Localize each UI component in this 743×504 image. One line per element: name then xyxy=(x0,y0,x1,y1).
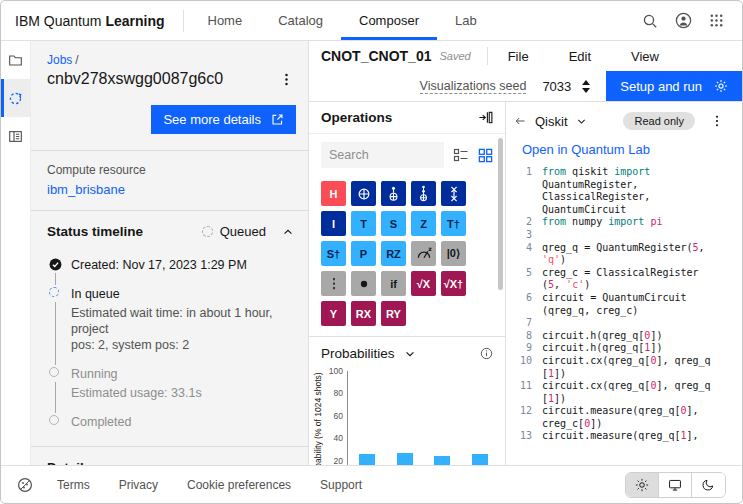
gate-palette: HITSZT†S†PRZz|0⟩if√X√X†YRXRY xyxy=(309,174,496,336)
y-tick: 20 xyxy=(334,456,343,465)
seed-stepper[interactable] xyxy=(582,80,590,93)
line-number: 13 xyxy=(512,430,532,443)
gate-barrier[interactable] xyxy=(321,271,346,296)
footer-link-privacy[interactable]: Privacy xyxy=(119,478,158,492)
chevron-down-icon[interactable] xyxy=(404,348,416,360)
footer-link-terms[interactable]: Terms xyxy=(57,478,90,492)
breadcrumb-jobs-link[interactable]: Jobs xyxy=(47,53,72,67)
line-number: 6 xyxy=(512,292,532,305)
code-panel: Qiskit Read only Open in Quantum Lab 1fr… xyxy=(506,102,742,465)
vertical-scrollbar[interactable] xyxy=(498,138,503,290)
gate-h[interactable]: H xyxy=(321,181,346,206)
rail-item-layout[interactable] xyxy=(1,117,30,155)
nav-item-composer[interactable]: Composer xyxy=(341,1,437,40)
code-text: circuit.measure(qreg_q[1], xyxy=(532,430,699,443)
layout-panel-icon xyxy=(8,129,23,144)
rail-item-jobs[interactable] xyxy=(1,79,30,117)
gate-ccx[interactable] xyxy=(411,181,436,206)
nav-item-lab[interactable]: Lab xyxy=(437,1,495,40)
gate-ry[interactable]: RY xyxy=(381,301,406,326)
see-more-details-button[interactable]: See more details xyxy=(151,105,296,134)
gate-p[interactable]: P xyxy=(351,241,376,266)
gate-i[interactable]: I xyxy=(321,211,346,236)
code-line: QuantumCircuit xyxy=(512,204,738,217)
gate-tdg[interactable]: T† xyxy=(441,211,466,236)
nav-item-catalog[interactable]: Catalog xyxy=(260,1,341,40)
code-line: ClassicalRegister, xyxy=(512,191,738,204)
app-switcher-icon[interactable] xyxy=(709,13,724,28)
timeline-step-completed: Completed xyxy=(49,414,302,430)
code-line: 2from numpy import pi xyxy=(512,216,738,229)
rail-item-files[interactable] xyxy=(1,41,30,79)
circuit-title[interactable]: CNOT_CNOT_01 xyxy=(321,48,431,64)
overflow-menu-icon[interactable] xyxy=(273,70,300,89)
code-line: 11circuit.cx(qreg_q[0], qreg_q xyxy=(512,380,738,393)
y-tick: 40 xyxy=(334,433,343,443)
list-view-icon[interactable] xyxy=(453,147,469,163)
language-selector[interactable]: Qiskit xyxy=(535,114,587,129)
grid-view-icon[interactable] xyxy=(478,148,493,163)
gate-z[interactable]: Z xyxy=(411,211,436,236)
code-text: circuit.cx(qreg_q[0], qreg_q xyxy=(532,380,711,393)
theme-light-button[interactable] xyxy=(626,473,659,497)
code-line: 9circuit.h(qreg_q[1]) xyxy=(512,342,738,355)
chevron-up-icon[interactable] xyxy=(282,226,294,238)
probabilities-title: Probabilities xyxy=(321,346,395,361)
gate-y[interactable]: Y xyxy=(321,301,346,326)
gate-s[interactable]: S xyxy=(381,211,406,236)
gate-sdg[interactable]: S† xyxy=(321,241,346,266)
gate-sxdg[interactable]: √X† xyxy=(441,271,466,296)
code-text xyxy=(532,229,548,242)
gate-rx[interactable]: RX xyxy=(351,301,376,326)
gate-cnot[interactable] xyxy=(351,181,376,206)
gate-reset[interactable]: |0⟩ xyxy=(441,241,466,266)
gate-cx[interactable] xyxy=(381,181,406,206)
expand-panel-arrow-icon[interactable] xyxy=(514,115,526,127)
step-pending-icon xyxy=(49,367,62,380)
code-line: 6circuit = QuantumCircuit xyxy=(512,292,738,305)
gate-rz[interactable]: RZ xyxy=(381,241,406,266)
collapse-panel-icon[interactable] xyxy=(478,110,493,125)
timeline-step-created: Created: Nov 17, 2023 1:29 PM xyxy=(49,257,302,273)
gate-t[interactable]: T xyxy=(351,211,376,236)
setup-and-run-button[interactable]: Setup and run xyxy=(606,71,742,101)
menu-file[interactable]: File xyxy=(488,49,549,64)
chart-plot-area xyxy=(347,371,499,465)
operations-search-input[interactable] xyxy=(321,142,444,168)
user-avatar-icon[interactable] xyxy=(675,12,692,29)
nav-item-home[interactable]: Home xyxy=(190,1,261,40)
details-accordion[interactable]: Details xyxy=(31,447,308,465)
brand-prefix: IBM Quantum xyxy=(15,13,101,29)
menu-edit[interactable]: Edit xyxy=(549,49,611,64)
probabilities-panel: Probabilities Probability (% of 1024 sho… xyxy=(309,336,505,465)
step-label: Running xyxy=(71,366,302,382)
info-icon[interactable] xyxy=(480,347,493,360)
visualizations-seed-label[interactable]: Visualizations seed xyxy=(420,79,527,94)
menu-view[interactable]: View xyxy=(611,49,679,64)
gate-swap[interactable] xyxy=(441,181,466,206)
theme-system-button[interactable] xyxy=(659,473,692,497)
gate-measure[interactable]: z xyxy=(411,241,436,266)
read-only-badge: Read only xyxy=(623,112,695,130)
gate-if[interactable]: if xyxy=(381,271,406,296)
gate-control[interactable] xyxy=(351,271,376,296)
brand-logo[interactable]: IBM Quantum Learning xyxy=(1,1,183,40)
step-in-progress-icon xyxy=(49,287,62,300)
stepper-down-icon[interactable] xyxy=(582,88,590,93)
line-number: 10 xyxy=(512,355,532,368)
chevron-down-icon xyxy=(576,116,587,127)
visualizations-seed-value[interactable]: 7033 xyxy=(542,79,571,94)
stepper-up-icon[interactable] xyxy=(582,80,590,85)
footer-link-cookie-preferences[interactable]: Cookie preferences xyxy=(187,478,291,492)
gate-sx[interactable]: √X xyxy=(411,271,436,296)
code-text xyxy=(532,317,548,330)
theme-dark-button[interactable] xyxy=(692,473,725,497)
open-in-quantum-lab-link[interactable]: Open in Quantum Lab xyxy=(506,134,742,163)
code-overflow-menu-icon[interactable] xyxy=(704,112,730,130)
code-line: [1]) xyxy=(512,368,738,381)
search-icon[interactable] xyxy=(642,13,658,29)
footer-link-support[interactable]: Support xyxy=(320,478,362,492)
line-number: 7 xyxy=(512,317,532,330)
code-text: from numpy import pi xyxy=(532,216,662,229)
compute-resource-link[interactable]: ibm_brisbane xyxy=(31,177,308,210)
